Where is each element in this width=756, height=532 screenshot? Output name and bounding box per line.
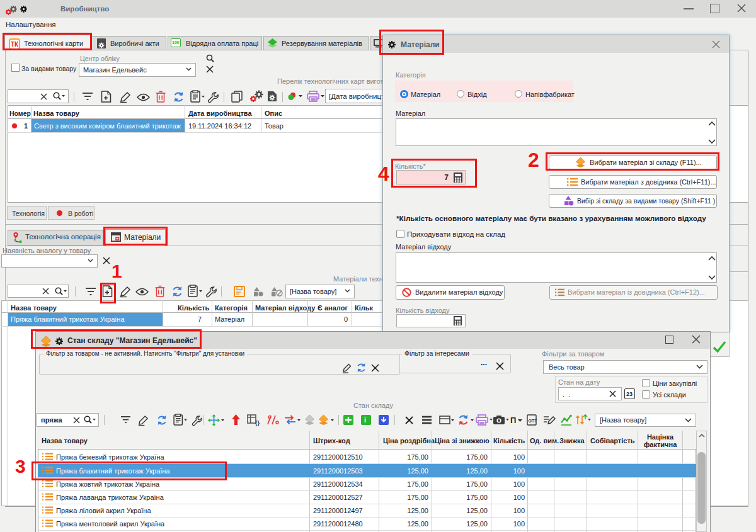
svg-text:ОПТ: ОПТ [529, 419, 537, 423]
svg-text:{}: {} [255, 420, 260, 426]
